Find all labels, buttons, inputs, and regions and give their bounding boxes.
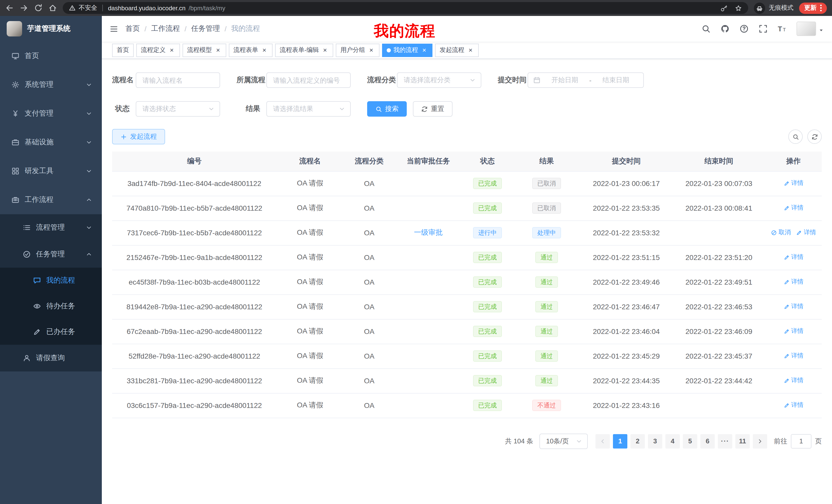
- sidebar-item-process-management[interactable]: 流程管理: [0, 214, 102, 241]
- detail-link[interactable]: 详情: [783, 376, 803, 385]
- browser-menu-dots-icon[interactable]: [820, 5, 822, 11]
- browser-chrome: 不安全 dashboard.yudao.iocoder.cn/bpm/task/…: [0, 0, 832, 16]
- category-select[interactable]: 请选择流程分类: [397, 73, 481, 88]
- page-size-select[interactable]: 10条/页: [539, 433, 588, 449]
- tab-process-form-edit[interactable]: 流程表单-编辑 ×: [275, 44, 333, 57]
- page-button-1[interactable]: 1: [613, 434, 627, 448]
- column-header: 流程分类: [343, 151, 395, 171]
- process-name-input[interactable]: [136, 73, 220, 88]
- detail-link[interactable]: 详情: [796, 228, 816, 237]
- cell-submit-time: 2022-01-22 23:46:47: [580, 295, 673, 319]
- close-icon[interactable]: ×: [421, 47, 428, 54]
- process-definition-input[interactable]: [266, 73, 351, 88]
- page-button-6[interactable]: 6: [700, 434, 715, 448]
- browser-update-button[interactable]: 更新: [799, 2, 827, 13]
- tab-process-model[interactable]: 流程模型 ×: [183, 44, 226, 57]
- cancel-link[interactable]: 取消: [771, 228, 791, 237]
- detail-link[interactable]: 详情: [783, 302, 803, 311]
- cell-submit-time: 2022-01-22 23:53:35: [580, 196, 673, 220]
- close-icon[interactable]: ×: [168, 47, 175, 54]
- sidebar-item-task-management[interactable]: 任务管理: [0, 241, 102, 268]
- browser-back-icon[interactable]: [5, 4, 14, 12]
- page-button-11[interactable]: 11: [735, 434, 750, 448]
- help-icon[interactable]: [739, 24, 749, 33]
- breadcrumb-item-home[interactable]: 首页: [126, 24, 140, 33]
- process-name-label: 流程名: [112, 76, 136, 85]
- status-badge: 已完成: [473, 178, 502, 189]
- prev-page-button[interactable]: [595, 434, 610, 448]
- github-icon[interactable]: [721, 24, 730, 33]
- sidebar-item-leave-query[interactable]: 请假查询: [0, 345, 102, 371]
- close-icon[interactable]: ×: [467, 47, 474, 54]
- main-area: 首页/ 工作流程/ 任务管理/ 我的流程 TT: [102, 16, 832, 504]
- cell-submit-time: 2022-01-22 23:44:35: [580, 368, 673, 393]
- tab-process-form[interactable]: 流程表单 ×: [229, 44, 272, 57]
- tab-user-group[interactable]: 用户分组 ×: [336, 44, 380, 57]
- detail-link[interactable]: 详情: [783, 204, 803, 213]
- close-icon[interactable]: ×: [261, 47, 268, 54]
- detail-link[interactable]: 详情: [783, 278, 803, 286]
- avatar[interactable]: [797, 22, 816, 36]
- chat-icon: [33, 276, 41, 285]
- breadcrumb-item-workflow[interactable]: 工作流程: [151, 24, 180, 33]
- detail-link[interactable]: 详情: [783, 352, 803, 360]
- tab-my-processes[interactable]: 我的流程 ×: [382, 44, 433, 57]
- sidebar-item-my-processes[interactable]: 我的流程: [0, 268, 102, 293]
- key-icon[interactable]: [721, 4, 728, 11]
- chevron-up-icon: [86, 197, 92, 203]
- search-button[interactable]: 搜索: [367, 101, 407, 117]
- close-icon[interactable]: ×: [368, 47, 375, 54]
- font-size-icon[interactable]: TT: [778, 24, 787, 33]
- sidebar-item-workflow[interactable]: 工作流程: [0, 186, 102, 214]
- status-select[interactable]: 请选择状态: [136, 101, 220, 117]
- sidebar-item-done-tasks[interactable]: 已办任务: [0, 319, 102, 345]
- toggle-search-button[interactable]: [788, 130, 803, 144]
- current-task-link[interactable]: 一级审批: [414, 228, 443, 237]
- detail-link[interactable]: 详情: [783, 253, 803, 262]
- close-icon[interactable]: ×: [214, 47, 222, 54]
- refresh-table-button[interactable]: [807, 130, 822, 144]
- create-process-button[interactable]: 发起流程: [112, 129, 165, 144]
- reset-button[interactable]: 重置: [413, 101, 452, 117]
- table-row: 7317cec6-7b9b-11ec-b5b7-acde48001122 OA …: [112, 220, 822, 245]
- detail-link[interactable]: 详情: [783, 327, 803, 336]
- sidebar-item-home[interactable]: 首页: [0, 41, 102, 71]
- cell-result: 处理中: [513, 220, 580, 245]
- tab-home[interactable]: 首页: [112, 44, 134, 57]
- tab-process-definition[interactable]: 流程定义 ×: [136, 44, 180, 57]
- page-button-4[interactable]: 4: [666, 434, 680, 448]
- search-icon[interactable]: [701, 24, 711, 33]
- result-select[interactable]: 请选择流结果: [266, 101, 351, 117]
- browser-forward-icon[interactable]: [20, 4, 28, 12]
- page-button-3[interactable]: 3: [648, 434, 662, 448]
- sidebar-item-infrastructure[interactable]: 基础设施: [0, 128, 102, 157]
- cell-process-name: OA 请假: [277, 344, 343, 368]
- cell-result: 通过: [513, 344, 580, 368]
- detail-link[interactable]: 详情: [783, 401, 803, 410]
- status-badge: 已完成: [473, 326, 502, 337]
- sidebar-item-system-management[interactable]: 系统管理: [0, 71, 102, 99]
- sidebar-item-dev-tools[interactable]: 研发工具: [0, 157, 102, 186]
- browser-reload-icon[interactable]: [34, 4, 43, 12]
- chevron-down-icon: [86, 225, 92, 231]
- goto-page-input[interactable]: [791, 434, 811, 448]
- sidebar-item-todo-tasks[interactable]: 待办任务: [0, 293, 102, 319]
- detail-link[interactable]: 详情: [783, 179, 803, 188]
- breadcrumb-item-task-management[interactable]: 任务管理: [191, 24, 220, 33]
- user-menu[interactable]: [797, 22, 824, 36]
- address-bar[interactable]: 不安全 dashboard.yudao.iocoder.cn/bpm/task/…: [63, 2, 748, 14]
- page-button-5[interactable]: 5: [683, 434, 697, 448]
- page-button-ellipsis[interactable]: ···: [718, 434, 732, 448]
- bookmark-star-icon[interactable]: [735, 4, 742, 11]
- cell-process-name: OA 请假: [277, 368, 343, 393]
- hamburger-button[interactable]: [102, 16, 126, 41]
- next-page-button[interactable]: [753, 434, 767, 448]
- close-icon[interactable]: ×: [321, 47, 329, 54]
- sidebar-item-payment-management[interactable]: 支付管理: [0, 99, 102, 128]
- tab-start-process[interactable]: 发起流程 ×: [435, 44, 479, 57]
- search-icon: [375, 106, 382, 112]
- page-button-2[interactable]: 2: [630, 434, 645, 448]
- browser-home-icon[interactable]: [48, 4, 57, 12]
- fullscreen-icon[interactable]: [758, 24, 768, 33]
- submit-time-range-picker[interactable]: 开始日期 - 结束日期: [527, 73, 644, 88]
